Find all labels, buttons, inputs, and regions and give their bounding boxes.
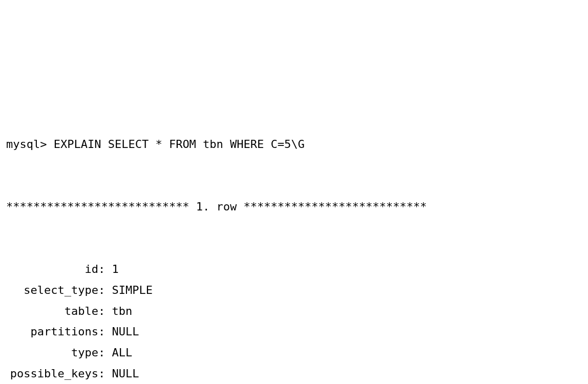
field-value: tbn	[112, 301, 133, 322]
field-value: SIMPLE	[112, 280, 153, 301]
field-value: 1	[112, 259, 119, 280]
mysql-terminal-output: mysql> EXPLAIN SELECT * FROM tbn WHERE C…	[6, 93, 582, 384]
sql-command: EXPLAIN SELECT * FROM tbn WHERE C=5\G	[54, 138, 305, 151]
field-colon: :	[98, 322, 112, 343]
explain-field-row: table: tbn	[6, 301, 582, 322]
explain-field-row: type: ALL	[6, 343, 582, 364]
field-value: NULL	[112, 322, 139, 343]
field-label: table	[6, 301, 98, 322]
explain-field-row: partitions: NULL	[6, 322, 582, 343]
field-colon: :	[98, 259, 112, 280]
explain-fields: id: 1select_type: SIMPLEtable: tbnpartit…	[6, 259, 582, 384]
field-label: id	[6, 259, 98, 280]
field-colon: :	[98, 280, 112, 301]
explain-field-row: select_type: SIMPLE	[6, 280, 582, 301]
field-label: partitions	[6, 322, 98, 343]
field-label: possible_keys	[6, 364, 98, 384]
field-value: NULL	[112, 364, 139, 384]
field-colon: :	[98, 364, 112, 384]
explain-field-row: id: 1	[6, 259, 582, 280]
row-separator: *************************** 1. row *****…	[6, 197, 582, 218]
field-colon: :	[98, 301, 112, 322]
field-label: type	[6, 343, 98, 364]
mysql-prompt: mysql>	[6, 138, 54, 151]
field-value: ALL	[112, 343, 133, 364]
field-label: select_type	[6, 280, 98, 301]
command-line: mysql> EXPLAIN SELECT * FROM tbn WHERE C…	[6, 134, 582, 155]
explain-field-row: possible_keys: NULL	[6, 364, 582, 384]
field-colon: :	[98, 343, 112, 364]
